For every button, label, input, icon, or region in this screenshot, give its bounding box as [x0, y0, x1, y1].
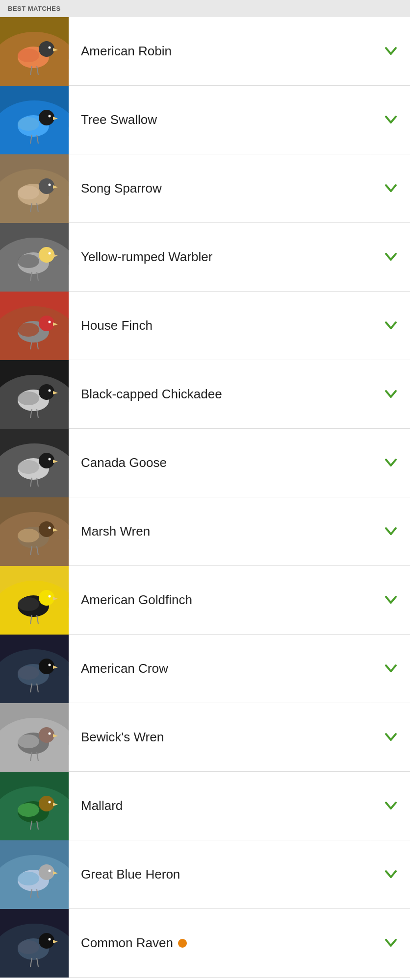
bird-chevron-song-sparrow[interactable]: [371, 154, 410, 222]
svg-point-85: [18, 666, 39, 680]
bird-image-marsh-wren: [0, 497, 69, 566]
bird-name-bewicks-wren: Bewick's Wren: [69, 730, 371, 745]
svg-point-40: [18, 323, 39, 337]
bird-item-song-sparrow[interactable]: Song Sparrow: [0, 154, 410, 223]
chevron-down-icon: [384, 456, 398, 470]
bird-item-common-raven[interactable]: Common Raven: [0, 909, 410, 978]
bird-chevron-great-blue-heron[interactable]: [371, 840, 410, 908]
bird-item-bewicks-wren[interactable]: Bewick's Wren: [0, 703, 410, 772]
bird-name-mallard: Mallard: [69, 798, 371, 813]
bird-item-tree-swallow[interactable]: Tree Swallow: [0, 86, 410, 154]
bird-item-yellow-rumped-warbler[interactable]: Yellow-rumped Warbler: [0, 223, 410, 292]
bird-name-tree-swallow: Tree Swallow: [69, 112, 371, 127]
bird-item-marsh-wren[interactable]: Marsh Wren: [0, 497, 410, 566]
bird-badge-common-raven: [178, 939, 187, 948]
bird-name-house-finch: House Finch: [69, 318, 371, 333]
svg-point-112: [18, 872, 39, 885]
svg-point-31: [18, 254, 39, 268]
bird-chevron-bewicks-wren[interactable]: [371, 703, 410, 771]
svg-point-33: [49, 252, 51, 254]
svg-point-69: [49, 526, 51, 529]
svg-point-42: [49, 320, 51, 323]
bird-chevron-marsh-wren[interactable]: [371, 497, 410, 565]
chevron-down-icon: [384, 45, 398, 58]
bird-item-black-capped-chickadee[interactable]: Black-capped Chickadee: [0, 360, 410, 429]
svg-point-48: [39, 384, 54, 400]
bird-chevron-house-finch[interactable]: [371, 292, 410, 360]
svg-point-60: [49, 458, 51, 460]
svg-point-13: [18, 117, 39, 131]
bird-item-house-finch[interactable]: House Finch: [0, 292, 410, 360]
svg-point-76: [18, 597, 39, 611]
svg-point-49: [18, 392, 39, 405]
svg-point-51: [49, 389, 51, 392]
bird-image-american-crow: [0, 635, 69, 703]
svg-point-66: [39, 521, 54, 537]
svg-point-94: [18, 735, 39, 748]
bird-chevron-tree-swallow[interactable]: [371, 86, 410, 154]
bird-name-american-goldfinch: American Goldfinch: [69, 592, 371, 608]
bird-chevron-american-crow[interactable]: [371, 635, 410, 703]
chevron-down-icon: [384, 868, 398, 882]
bird-image-black-capped-chickadee: [0, 360, 69, 429]
bird-image-canada-goose: [0, 429, 69, 497]
svg-point-39: [39, 316, 54, 331]
bird-image-common-raven: [0, 909, 69, 978]
svg-point-57: [39, 453, 54, 468]
chevron-down-icon: [384, 250, 398, 264]
chevron-down-icon: [384, 319, 398, 333]
svg-point-111: [39, 864, 54, 880]
bird-chevron-american-robin[interactable]: [371, 17, 410, 85]
svg-point-87: [49, 663, 51, 666]
svg-point-121: [18, 940, 39, 954]
bird-image-mallard: [0, 772, 69, 840]
bird-chevron-mallard[interactable]: [371, 772, 410, 840]
bird-item-american-robin[interactable]: American Robin: [0, 17, 410, 86]
svg-point-30: [39, 247, 54, 263]
bird-image-yellow-rumped-warbler: [0, 223, 69, 292]
svg-point-103: [18, 803, 39, 817]
bird-image-american-robin: [0, 17, 69, 86]
svg-point-93: [39, 727, 54, 743]
bird-name-canada-goose: Canada Goose: [69, 455, 371, 470]
bird-image-house-finch: [0, 292, 69, 360]
svg-point-21: [39, 178, 54, 194]
bird-chevron-american-goldfinch[interactable]: [371, 566, 410, 634]
svg-point-15: [49, 115, 51, 117]
bird-item-american-goldfinch[interactable]: American Goldfinch: [0, 566, 410, 635]
svg-point-102: [39, 796, 54, 811]
bird-chevron-yellow-rumped-warbler[interactable]: [371, 223, 410, 291]
bird-chevron-canada-goose[interactable]: [371, 429, 410, 497]
bird-name-yellow-rumped-warbler: Yellow-rumped Warbler: [69, 249, 371, 265]
svg-point-96: [49, 732, 51, 735]
bird-item-american-crow[interactable]: American Crow: [0, 635, 410, 703]
svg-point-123: [49, 938, 51, 940]
bird-chevron-common-raven[interactable]: [371, 909, 410, 977]
svg-point-114: [49, 869, 51, 872]
bird-name-black-capped-chickadee: Black-capped Chickadee: [69, 387, 371, 402]
bird-name-common-raven: Common Raven: [69, 935, 371, 951]
bird-name-marsh-wren: Marsh Wren: [69, 524, 371, 539]
bird-image-great-blue-heron: [0, 840, 69, 909]
svg-point-6: [49, 46, 51, 49]
svg-point-75: [39, 590, 54, 606]
bird-chevron-black-capped-chickadee[interactable]: [371, 360, 410, 428]
svg-point-67: [18, 529, 39, 542]
bird-name-american-crow: American Crow: [69, 661, 371, 676]
svg-point-4: [18, 49, 39, 62]
bird-item-canada-goose[interactable]: Canada Goose: [0, 429, 410, 497]
bird-image-tree-swallow: [0, 86, 69, 154]
bird-image-american-goldfinch: [0, 566, 69, 635]
header-bar: BEST MATCHES: [0, 0, 410, 17]
bird-item-great-blue-heron[interactable]: Great Blue Heron: [0, 840, 410, 909]
bird-item-mallard[interactable]: Mallard: [0, 772, 410, 840]
bird-name-text-common-raven: Common Raven: [81, 935, 173, 951]
bird-image-song-sparrow: [0, 154, 69, 223]
bird-image-bewicks-wren: [0, 703, 69, 772]
chevron-down-icon: [384, 593, 398, 607]
svg-point-78: [49, 595, 51, 597]
svg-point-24: [49, 183, 51, 186]
chevron-down-icon: [384, 662, 398, 676]
chevron-down-icon: [384, 731, 398, 744]
chevron-down-icon: [384, 113, 398, 127]
